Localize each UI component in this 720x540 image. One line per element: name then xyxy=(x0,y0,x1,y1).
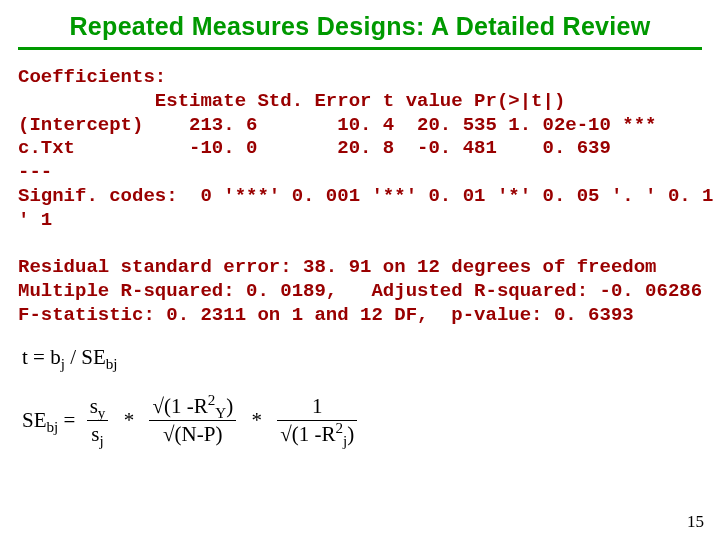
formula-se-lhs: SEbj = xyxy=(22,408,75,433)
formula-t-div: / xyxy=(65,345,81,369)
mul-2: * xyxy=(247,408,266,433)
formula-t-se-sub: bj xyxy=(106,356,118,372)
page-number: 15 xyxy=(687,512,704,532)
frac1-bot-sub: j xyxy=(99,433,103,449)
frac2-top: √(1 -R2Y) xyxy=(149,394,236,421)
frac2-top-sub: Y xyxy=(215,405,226,421)
frac2-bot: √(N-P) xyxy=(149,421,236,447)
formula-t-b: b xyxy=(50,345,61,369)
formula-se-lhs-txt: SE xyxy=(22,408,47,432)
formula-se-eq: = xyxy=(58,408,75,432)
frac1-top: sy xyxy=(87,394,109,421)
frac-sy-sj: sy sj xyxy=(87,394,109,447)
title-underline xyxy=(18,47,702,50)
frac3-top: 1 xyxy=(277,394,357,421)
frac1-bot: sj xyxy=(87,421,109,447)
frac2-top-pre: √(1 -R xyxy=(152,394,207,418)
frac1-top-sub: y xyxy=(98,405,106,421)
formula-se: SEbj = sy sj * √(1 -R2Y) √(N-P) * 1 √(1 … xyxy=(22,394,702,447)
frac3-bot-post: ) xyxy=(347,422,354,446)
mul-1: * xyxy=(120,408,139,433)
frac3-bot-pre: √(1 -R xyxy=(280,422,335,446)
frac1-top-s: s xyxy=(90,394,98,418)
frac-1-r2j: 1 √(1 -R2j) xyxy=(277,394,357,447)
page-title: Repeated Measures Designs: A Detailed Re… xyxy=(18,12,702,41)
frac2-top-post: ) xyxy=(226,394,233,418)
formula-se-lhs-sub: bj xyxy=(47,419,59,435)
formula-t: t = bj / SEbj xyxy=(22,345,702,370)
frac3-bot: √(1 -R2j) xyxy=(277,421,357,447)
formula-t-lhs: t = xyxy=(22,345,50,369)
formula-t-se: SE xyxy=(81,345,106,369)
frac-r2y-np: √(1 -R2Y) √(N-P) xyxy=(149,394,236,447)
frac3-bot-sup: 2 xyxy=(335,420,343,436)
r-output-block: Coefficients: Estimate Std. Error t valu… xyxy=(18,66,702,327)
